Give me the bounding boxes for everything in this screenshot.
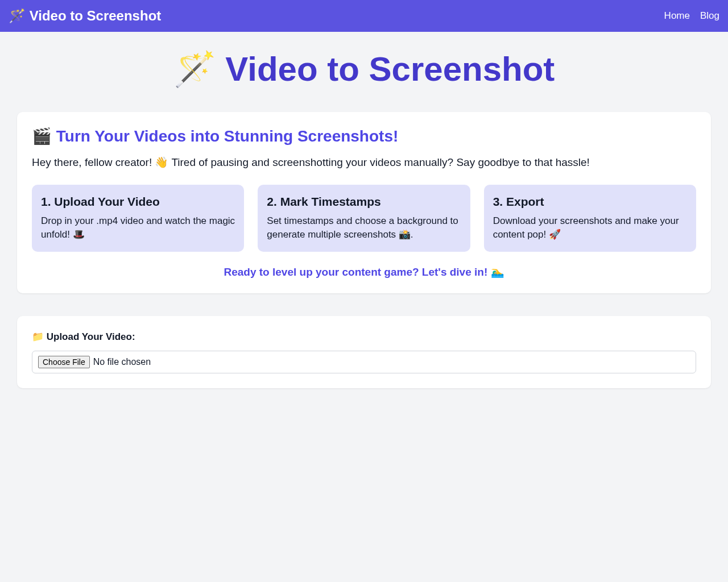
navbar-links: Home Blog [664, 10, 719, 22]
step-timestamps: 2. Mark Timestamps Set timestamps and ch… [258, 185, 470, 252]
steps-container: 1. Upload Your Video Drop in your .mp4 v… [32, 185, 696, 252]
hero-title: 🪄 Video to Screenshot [0, 49, 728, 89]
choose-file-button[interactable]: Choose File [38, 356, 90, 368]
step-upload: 1. Upload Your Video Drop in your .mp4 v… [32, 185, 244, 252]
file-status-text: No file chosen [93, 357, 151, 367]
step-desc: Download your screenshots and make your … [493, 214, 687, 242]
step-desc: Drop in your .mp4 video and watch the ma… [41, 214, 235, 242]
intro-card: 🎬 Turn Your Videos into Stunning Screens… [17, 112, 711, 293]
navbar: 🪄 Video to Screenshot Home Blog [0, 0, 728, 32]
nav-link-home[interactable]: Home [664, 10, 690, 22]
intro-paragraph: Hey there, fellow creator! 👋 Tired of pa… [32, 156, 696, 169]
intro-cta: Ready to level up your content game? Let… [32, 265, 696, 278]
step-title: 2. Mark Timestamps [267, 195, 461, 209]
step-export: 3. Export Download your screenshots and … [484, 185, 696, 252]
upload-card: 📁 Upload Your Video: Choose File No file… [17, 316, 711, 388]
navbar-brand[interactable]: 🪄 Video to Screenshot [9, 8, 161, 24]
step-title: 1. Upload Your Video [41, 195, 235, 209]
nav-link-blog[interactable]: Blog [700, 10, 719, 22]
upload-label: 📁 Upload Your Video: [32, 331, 696, 343]
step-title: 3. Export [493, 195, 687, 209]
step-desc: Set timestamps and choose a background t… [267, 214, 461, 242]
intro-heading: 🎬 Turn Your Videos into Stunning Screens… [32, 127, 696, 146]
file-input[interactable]: Choose File No file chosen [32, 351, 696, 373]
